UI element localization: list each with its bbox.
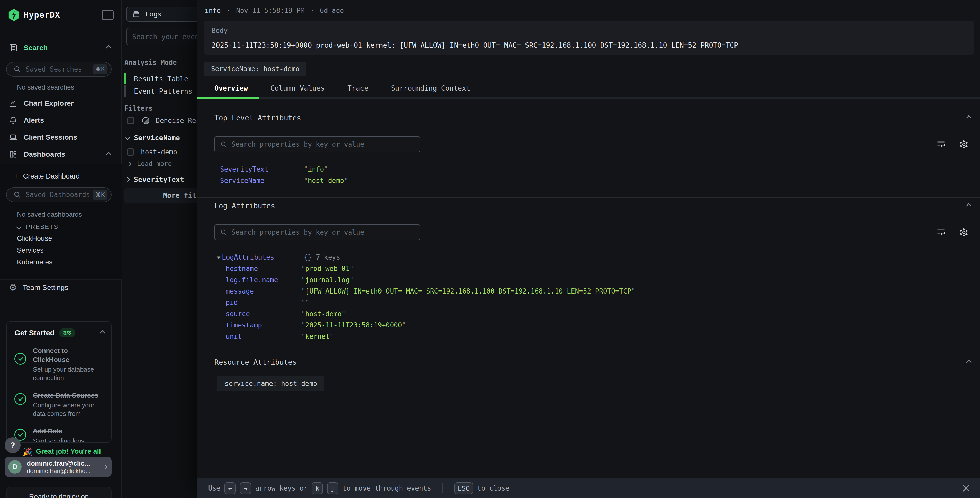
sidebar-item-dashboards[interactable]: Dashboards: [0, 147, 122, 161]
active-bar: [124, 73, 126, 85]
collapse-section-icon[interactable]: [966, 203, 972, 209]
preset-services[interactable]: Services: [17, 246, 44, 254]
load-more-row[interactable]: Load more: [127, 160, 172, 168]
log-attributes-table: LogAttributes {} 7 keys hostname prod-we…: [218, 252, 964, 342]
filters-label: Filters: [124, 104, 153, 112]
presets-toggle[interactable]: PRESETS: [17, 223, 58, 230]
team-settings-button[interactable]: ⚙ Team Settings: [9, 283, 68, 292]
footer-text: to close: [477, 484, 509, 492]
chevron-up-icon[interactable]: [106, 152, 111, 157]
caret-down-icon[interactable]: [217, 257, 221, 259]
body-box: Body 2025-11-11T23:58:19+0000 prod-web-0…: [204, 21, 974, 54]
sidebar-item-label: Dashboards: [24, 150, 65, 158]
separator: ·: [310, 7, 314, 14]
attribute-key[interactable]: log.file.name: [218, 276, 301, 284]
attribute-key[interactable]: SeverityText: [220, 165, 304, 173]
brand-wordmark: HyperDX: [24, 10, 60, 20]
plus-icon: +: [14, 172, 19, 180]
sidebar-item-chart-explorer[interactable]: Chart Explorer: [0, 96, 122, 111]
more-filters-label: More filters: [163, 192, 197, 200]
source-selector-button[interactable]: Logs: [126, 7, 197, 22]
sidebar-collapse-icon[interactable]: [102, 10, 114, 20]
saved-dashboards-input[interactable]: Saved Dashboards ⌘K: [6, 187, 111, 202]
search-icon: [220, 141, 227, 148]
attribute-value[interactable]: prod-web-01: [301, 265, 354, 272]
attribute-value[interactable]: [301, 298, 309, 306]
saved-searches-placeholder: Saved Searches: [26, 65, 92, 73]
tree-root-row: LogAttributes {} 7 keys: [218, 252, 964, 263]
event-search-input[interactable]: Search your events: [126, 28, 197, 45]
get-started-item[interactable]: Add Data Start sending logs, metrics, or…: [14, 427, 104, 443]
sidebar-item-alerts[interactable]: Alerts: [0, 113, 122, 128]
deploy-banner[interactable]: Ready to deploy on: [6, 487, 111, 498]
event-header: info · Nov 11 5:58:19 PM · 6d ago: [205, 7, 344, 14]
tab-column-values[interactable]: Column Values: [259, 79, 336, 97]
attribute-key[interactable]: message: [218, 287, 301, 295]
severity-text-group[interactable]: SeverityText: [126, 176, 184, 184]
get-started-item-desc: Start sending logs, metrics, or traces: [33, 437, 104, 443]
party-emoji: 🎉: [22, 447, 32, 456]
get-started-item[interactable]: Create Data Sources Configure where your…: [14, 391, 104, 418]
key-arrow-left: ←: [224, 482, 236, 494]
tab-overview[interactable]: Overview: [197, 79, 259, 97]
chevron-up-icon[interactable]: [106, 45, 111, 50]
get-started-item-title: Connect to ClickHouse: [33, 346, 104, 364]
tab-trace[interactable]: Trace: [336, 79, 379, 97]
gear-icon[interactable]: [959, 227, 969, 237]
mode-event-patterns[interactable]: Event Patterns: [124, 85, 192, 97]
attribute-value[interactable]: 2025-11-11T23:58:19+0000: [301, 321, 406, 329]
attribute-value[interactable]: [UFW ALLOW] IN=eth0 OUT= MAC= SRC=192.16…: [301, 287, 635, 295]
body-text: 2025-11-11T23:58:19+0000 prod-web-01 ker…: [212, 41, 966, 49]
attribute-value[interactable]: kernel: [301, 333, 333, 340]
attribute-key[interactable]: ServiceName: [220, 177, 304, 184]
get-started-item[interactable]: Connect to ClickHouse Set up your databa…: [14, 346, 104, 382]
team-settings-label: Team Settings: [22, 284, 68, 292]
sidebar-item-client-sessions[interactable]: Client Sessions: [0, 130, 122, 145]
attribute-value[interactable]: info: [304, 165, 328, 173]
property-search-input[interactable]: Search properties by key or value: [215, 224, 420, 240]
create-dashboard-button[interactable]: + Create Dashboard: [14, 172, 80, 180]
tab-surrounding-context[interactable]: Surrounding Context: [380, 79, 482, 97]
attribute-value[interactable]: host-demo: [301, 310, 345, 318]
shortcut-badge: ⌘K: [92, 64, 107, 74]
source-selector-label: Logs: [145, 10, 161, 18]
analysis-mode-label: Analysis Mode: [124, 59, 177, 66]
avatar: D: [8, 460, 22, 474]
key-j: j: [327, 482, 338, 494]
mode-label: Results Table: [134, 75, 188, 83]
chevron-up-icon[interactable]: [100, 330, 105, 335]
attribute-key[interactable]: pid: [218, 298, 301, 306]
user-menu[interactable]: D dominic.tran@clic... dominic.tran@clic…: [5, 457, 111, 477]
preset-clickhouse[interactable]: ClickHouse: [17, 235, 52, 243]
service-name-group[interactable]: ServiceName: [126, 134, 180, 142]
host-demo-checkbox[interactable]: [127, 148, 134, 156]
help-button[interactable]: ?: [5, 437, 21, 453]
collapse-section-icon[interactable]: [966, 360, 972, 365]
mode-results-table[interactable]: Results Table: [124, 73, 188, 85]
resource-attribute-tag[interactable]: service.name: host-demo: [218, 376, 325, 391]
attribute-key[interactable]: source: [218, 310, 301, 318]
section-title: Resource Attributes: [215, 358, 297, 367]
sidebar-item-search[interactable]: Search: [0, 41, 122, 55]
property-search-input[interactable]: Search properties by key or value: [215, 136, 420, 152]
saved-searches-input[interactable]: Saved Searches ⌘K: [6, 62, 111, 77]
collapse-section-icon[interactable]: [966, 115, 972, 121]
inactive-bar: [124, 85, 126, 97]
chevron-right-icon: [103, 464, 107, 469]
denoise-checkbox[interactable]: [127, 117, 134, 124]
attribute-value[interactable]: host-demo: [304, 177, 348, 184]
close-icon[interactable]: [961, 483, 971, 493]
attribute-value[interactable]: journal.log: [301, 276, 354, 284]
preset-kubernetes[interactable]: Kubernetes: [17, 258, 52, 266]
attribute-key[interactable]: hostname: [218, 265, 301, 272]
attribute-key[interactable]: unit: [218, 333, 301, 340]
wrap-lines-icon[interactable]: [936, 228, 945, 237]
chart-icon: [9, 99, 18, 108]
attribute-key[interactable]: timestamp: [218, 321, 301, 329]
gear-icon[interactable]: [959, 139, 969, 149]
service-name-tag[interactable]: ServiceName: host-demo: [204, 62, 306, 76]
tree-root-key[interactable]: LogAttributes: [218, 253, 304, 261]
more-filters-button[interactable]: More filters: [124, 188, 197, 203]
wrap-lines-icon[interactable]: [936, 140, 945, 149]
severity-badge: info: [205, 7, 221, 14]
